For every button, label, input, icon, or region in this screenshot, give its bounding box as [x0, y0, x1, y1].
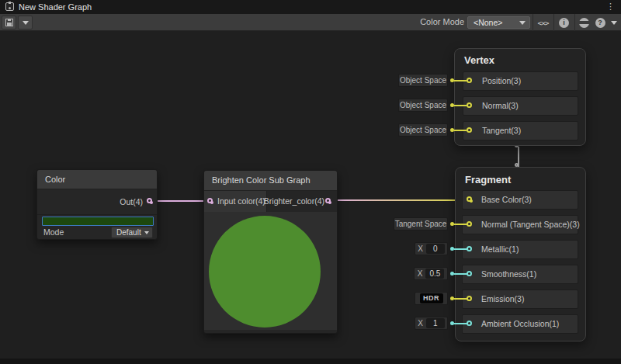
stub-wire [454, 298, 467, 300]
chevron-down-icon [519, 21, 526, 25]
x-prefix: X [418, 244, 423, 253]
stub-wire [454, 224, 467, 225]
main-preview-toggle[interactable] [575, 14, 592, 31]
chevron-down-icon [144, 231, 149, 234]
tangent-space-badge[interactable]: Object Space [398, 123, 448, 137]
graph-inspector-toggle[interactable]: i [554, 14, 574, 31]
brighter-color-label: Brighter_color(4) [264, 191, 324, 212]
metallic-port[interactable] [467, 246, 472, 251]
stub-wire [454, 323, 467, 324]
color-mode-label: Color Mode [419, 14, 464, 31]
kebab-menu-icon[interactable]: ⋮ [606, 0, 615, 14]
info-icon: i [559, 18, 569, 28]
chevron-down-icon [23, 21, 29, 25]
fragment-row-emission[interactable]: Emission(3) [462, 289, 578, 309]
fragment-title: Fragment [465, 174, 511, 185]
fragment-row-normal[interactable]: Normal (Tangent Space)(3) [462, 215, 578, 234]
color-mode-dropdown[interactable]: <None> [467, 16, 530, 29]
emission-port[interactable] [467, 296, 472, 301]
vertex-context-node[interactable]: Vertex Position(3) Normal(3) Tangent(3) [454, 48, 586, 146]
badge-text: Tangent Space [395, 220, 447, 228]
stub-wire [454, 248, 467, 250]
color-mode-value: <None> [474, 17, 502, 28]
divider [37, 214, 157, 215]
shader-graph-window: New Shader Graph ⋮ Color Mode <None> <×>… [0, 0, 621, 364]
normal-space-badge[interactable]: Object Space [398, 99, 448, 112]
stub-wire [454, 105, 467, 106]
mode-value: Default [116, 227, 141, 237]
window-bottom-edge [0, 359, 621, 364]
mode-label: Mode [43, 227, 64, 237]
normal-ts-port[interactable] [467, 221, 472, 227]
ao-value-field[interactable]: X 1 [415, 317, 448, 330]
normal-ts-label: Normal (Tangent Space)(3) [481, 216, 580, 234]
x-prefix: X [418, 319, 423, 328]
color-node[interactable]: Color Out(4) Mode Default [36, 169, 158, 240]
fragment-row-metallic[interactable]: Metallic(1) [462, 240, 578, 259]
save-options-dropdown-button[interactable] [18, 16, 33, 29]
graph-canvas[interactable]: Vertex Position(3) Normal(3) Tangent(3) … [0, 31, 621, 364]
preview-circle [209, 216, 321, 328]
position-port[interactable] [467, 78, 472, 83]
save-asset-button[interactable] [2, 16, 16, 29]
vertex-row-normal[interactable]: Normal(3) [463, 96, 578, 116]
normal-space-badge[interactable]: Tangent Space [394, 217, 448, 231]
smoothness-label: Smoothness(1) [481, 265, 536, 283]
subgraph-node[interactable]: Brighten Color Sub Graph Input color(4) … [203, 170, 338, 334]
emission-hdr-field[interactable]: HDR [415, 292, 448, 305]
save-icon [5, 19, 13, 26]
chevron-down-icon [611, 21, 617, 25]
position-space-badge[interactable]: Object Space [398, 74, 448, 87]
vertex-row-tangent[interactable]: Tangent(3) [463, 121, 578, 140]
base-color-port[interactable] [467, 196, 472, 202]
x-prefix: X [418, 269, 423, 278]
value-input[interactable]: 1 [426, 318, 445, 328]
fragment-context-node[interactable]: Fragment Base Color(3) Normal (Tangent S… [455, 167, 586, 341]
view-generated-shader-button[interactable]: <×> [533, 14, 553, 31]
stub-wire [454, 80, 467, 81]
ambient-occlusion-label: Ambient Occlusion(1) [481, 315, 559, 333]
hdr-badge[interactable]: HDR [420, 293, 443, 303]
wire-subgraph-to-basecolor[interactable] [332, 199, 467, 201]
toolbar: Color Mode <None> <×> i ? [0, 14, 621, 31]
port-connected-dot [150, 201, 153, 204]
help-button[interactable]: ? [592, 14, 608, 31]
fragment-row-ao[interactable]: Ambient Occlusion(1) [462, 314, 578, 334]
smoothness-value-field[interactable]: X 0.5 [414, 267, 448, 280]
smoothness-port[interactable] [467, 271, 472, 276]
position-label: Position(3) [482, 72, 521, 90]
fragment-row-basecolor[interactable]: Base Color(3) [462, 190, 578, 210]
metallic-value-field[interactable]: X 0 [415, 242, 448, 255]
port-connected-dot [328, 201, 331, 204]
badge-text: Object Space [400, 101, 446, 109]
color-out-port[interactable] [147, 198, 152, 203]
ambient-occlusion-port[interactable] [467, 321, 472, 326]
vertex-title: Vertex [464, 54, 494, 66]
badge-text: Object Space [400, 76, 446, 85]
help-icon: ? [595, 18, 605, 28]
mode-dropdown[interactable]: Default [111, 227, 153, 238]
normal-label: Normal(3) [482, 97, 519, 115]
fragment-row-smoothness[interactable]: Smoothness(1) [462, 265, 578, 284]
metallic-label: Metallic(1) [481, 241, 519, 258]
brighter-color-port[interactable] [325, 198, 331, 203]
wire-color-to-subgraph[interactable] [154, 200, 207, 202]
value-input[interactable]: 0 [426, 244, 445, 254]
tangent-port[interactable] [467, 127, 472, 133]
base-color-label: Base Color(3) [481, 191, 532, 209]
input-color-label: Input color(4) [217, 191, 265, 212]
vertex-row-position[interactable]: Position(3) [463, 71, 578, 91]
subgraph-title: Brighten Color Sub Graph [204, 171, 337, 190]
normal-port[interactable] [467, 102, 472, 108]
shader-graph-asset-icon [5, 2, 14, 11]
input-color-port[interactable] [207, 198, 213, 203]
preview-sphere-icon [579, 18, 589, 28]
color-swatch[interactable] [42, 217, 154, 226]
window-title: New Shader Graph [19, 0, 92, 14]
badge-text: Object Space [400, 126, 446, 134]
port-connected-dot [210, 201, 213, 204]
value-input[interactable]: 0.5 [425, 269, 444, 279]
color-out-label: Out(4) [120, 189, 143, 214]
toolbar-overflow-dropdown[interactable] [608, 14, 620, 31]
emission-label: Emission(3) [481, 290, 524, 308]
